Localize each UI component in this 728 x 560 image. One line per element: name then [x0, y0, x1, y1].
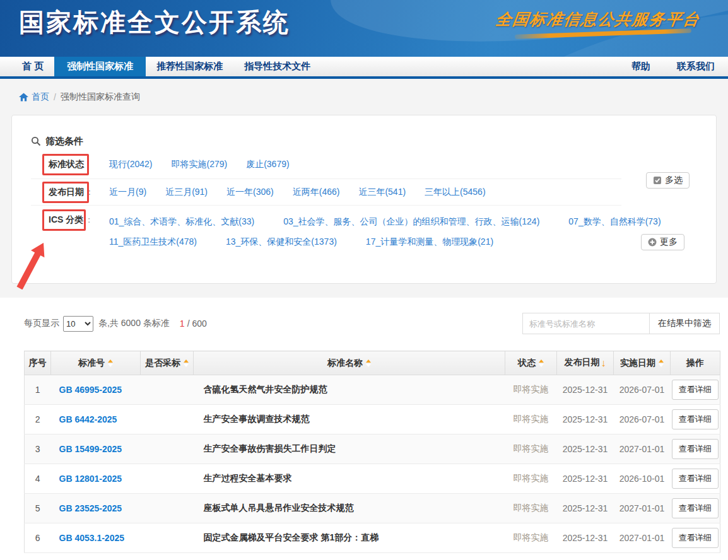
adopted-cell [141, 435, 194, 464]
home-icon [19, 93, 28, 102]
standard-name: 固定式金属梯及平台安全要求 第1部分：直梯 [194, 523, 505, 553]
filter-option-ics-01[interactable]: 01_综合、术语学、标准化、文献(33) [109, 216, 254, 228]
adopted-cell [141, 375, 194, 405]
site-title: 国家标准全文公开系统 [19, 5, 290, 40]
implement-date-cell: 2027-01-01 [614, 523, 671, 553]
filter-option-ics-07[interactable]: 07_数学、自然科学(73) [568, 216, 660, 228]
view-detail-button[interactable]: 查看详细 [672, 528, 719, 548]
implement-date-cell: 2027-01-01 [614, 494, 671, 523]
filter-option-ics-13[interactable]: 13_环保、保健和安全(1373) [226, 236, 337, 248]
per-page-select[interactable]: 10 [63, 316, 93, 332]
filter-option-last-month[interactable]: 近一月(9) [109, 187, 146, 198]
adopted-cell [141, 523, 194, 553]
filter-ics-label: ICS 分类 [49, 214, 83, 226]
filter-option-last-3-months[interactable]: 近三月(91) [165, 187, 208, 198]
adopted-cell [141, 464, 194, 494]
header-standard-code[interactable]: 标准号 [51, 351, 141, 375]
header-actions: 操作 [671, 351, 720, 375]
filter-row-status: 标准状态 现行(2042) 即将实施(279) 废止(3679) [31, 151, 621, 178]
filter-row-ics: ICS 分类 ： 01_综合、术语学、标准化、文献(33) 03_社会学、服务、… [31, 205, 621, 255]
filter-date-options: 近一月(9) 近三月(91) 近一年(306) 近两年(466) 近三年(541… [109, 187, 486, 198]
sort-desc-icon: ↓ [601, 358, 606, 368]
header-implement-date[interactable]: 实施日期 [614, 351, 671, 375]
current-page-number: 1 [180, 318, 185, 329]
filter-row-date: 发布日期 ： 近一月(9) 近三月(91) 近一年(306) 近两年(466) … [31, 178, 621, 205]
filter-title-label: 筛选条件 [45, 136, 83, 148]
filter-option-last-year[interactable]: 近一年(306) [226, 187, 274, 198]
filter-date-label: 发布日期 [49, 187, 84, 198]
nav-item-help[interactable]: 帮助 [618, 57, 664, 76]
checkbox-check-icon [653, 176, 662, 185]
status-cell: 即将实施 [505, 375, 557, 405]
table-row: 2 GB 6442-2025 生产安全事故调查技术规范 即将实施 2025-12… [25, 405, 720, 435]
breadcrumb-home-label: 首页 [32, 91, 49, 103]
status-cell: 即将实施 [505, 464, 557, 494]
standard-code-link[interactable]: GB 46995-2025 [51, 385, 122, 395]
filter-option-last-3-years[interactable]: 近三年(541) [358, 187, 406, 198]
publish-date-cell: 2025-12-31 [557, 523, 614, 553]
header-seq: 序号 [25, 351, 51, 375]
implement-date-cell: 2026-10-01 [614, 464, 671, 494]
row-index: 3 [25, 435, 51, 464]
nav-item-guiding-documents[interactable]: 指导性技术文件 [233, 57, 321, 76]
publish-date-cell: 2025-12-31 [557, 405, 614, 435]
search-in-results-button[interactable]: 在结果中筛选 [650, 313, 720, 334]
filter-option-ics-03[interactable]: 03_社会学、服务、公司（企业）的组织和管理、行政、运输(124) [283, 216, 539, 228]
filter-title: 筛选条件 [12, 115, 716, 148]
multi-select-button[interactable]: 多选 [646, 172, 690, 189]
row-index: 5 [25, 494, 51, 523]
nav-item-mandatory-standards[interactable]: 强制性国家标准 [54, 57, 146, 76]
filter-panel: 筛选条件 标准状态 现行(2042) 即将实施(279) 废止(3679) 发布… [11, 115, 717, 284]
nav-item-recommended-standards[interactable]: 推荐性国家标准 [146, 57, 233, 76]
table-row: 6 GB 4053.1-2025 固定式金属梯及平台安全要求 第1部分：直梯 即… [25, 523, 720, 553]
magnifier-icon [31, 136, 41, 146]
view-detail-button[interactable]: 查看详细 [672, 498, 719, 518]
more-button[interactable]: 更多 [641, 234, 684, 250]
standard-code-link[interactable]: GB 6442-2025 [51, 414, 117, 424]
standard-code-link[interactable]: GB 15499-2025 [51, 444, 122, 454]
breadcrumb-home-link[interactable]: 首页 [19, 91, 49, 103]
filter-option-ics-17[interactable]: 17_计量学和测量、物理现象(21) [366, 236, 493, 248]
view-detail-button[interactable]: 查看详细 [672, 380, 719, 400]
sort-icon [539, 359, 544, 367]
table-header-row: 序号 标准号 是否采标 标准名称 状态 发布日期↓ 实施日期 操作 [25, 351, 720, 375]
table-row: 5 GB 23525-2025 座板式单人吊具悬吊作业安全技术规范 即将实施 2… [25, 494, 720, 523]
nav-item-contact[interactable]: 联系我们 [664, 57, 728, 76]
table-row: 4 GB 12801-2025 生产过程安全基本要求 即将实施 2025-12-… [25, 464, 720, 494]
standard-name: 座板式单人吊具悬吊作业安全技术规范 [194, 494, 505, 523]
header-publish-date[interactable]: 发布日期↓ [557, 351, 614, 375]
publish-date-cell: 2025-12-31 [557, 375, 614, 405]
standard-code-link[interactable]: GB 4053.1-2025 [51, 533, 125, 543]
breadcrumb-current: 强制性国家标准查询 [61, 91, 140, 103]
standard-code-link[interactable]: GB 12801-2025 [51, 474, 122, 484]
per-page-label: 每页显示 [24, 318, 59, 329]
header-adopted[interactable]: 是否采标 [141, 351, 194, 375]
results-panel: 每页显示 10 条,共 6000 条标准 1 / 600 在结果中筛选 序号 标… [0, 298, 728, 560]
sort-icon [184, 359, 189, 367]
standard-code-link[interactable]: GB 23525-2025 [51, 503, 122, 513]
view-detail-button[interactable]: 查看详细 [672, 409, 719, 429]
status-cell: 即将实施 [505, 494, 557, 523]
view-detail-button[interactable]: 查看详细 [672, 439, 719, 459]
sort-icon [659, 359, 664, 367]
filter-option-over-3-years[interactable]: 三年以上(5456) [425, 187, 485, 198]
header-status[interactable]: 状态 [505, 351, 557, 375]
filter-option-active[interactable]: 现行(2042) [109, 159, 152, 170]
filter-option-ics-11[interactable]: 11_医药卫生技术(478) [109, 236, 197, 248]
standard-name: 生产安全事故伤害损失工作日判定 [194, 435, 505, 464]
table-row: 3 GB 15499-2025 生产安全事故伤害损失工作日判定 即将实施 202… [25, 435, 720, 464]
header-standard-name[interactable]: 标准名称 [194, 351, 505, 375]
search-input[interactable] [522, 313, 650, 334]
adopted-cell [141, 494, 194, 523]
publish-date-cell: 2025-12-31 [557, 494, 614, 523]
filter-option-last-2-years[interactable]: 近两年(466) [293, 187, 340, 198]
nav-item-home[interactable]: 首 页 [11, 57, 54, 76]
filter-option-upcoming[interactable]: 即将实施(279) [171, 159, 227, 170]
total-pages: / 600 [187, 318, 207, 329]
filter-option-abolished[interactable]: 废止(3679) [246, 159, 289, 170]
view-detail-button[interactable]: 查看详细 [672, 469, 719, 489]
standard-name: 生产过程安全基本要求 [194, 464, 505, 494]
standards-table: 序号 标准号 是否采标 标准名称 状态 发布日期↓ 实施日期 操作 1 GB 4… [24, 351, 720, 553]
nav-right-group: 帮助 联系我们 [607, 57, 728, 76]
standard-name: 生产安全事故调查技术规范 [194, 405, 505, 435]
